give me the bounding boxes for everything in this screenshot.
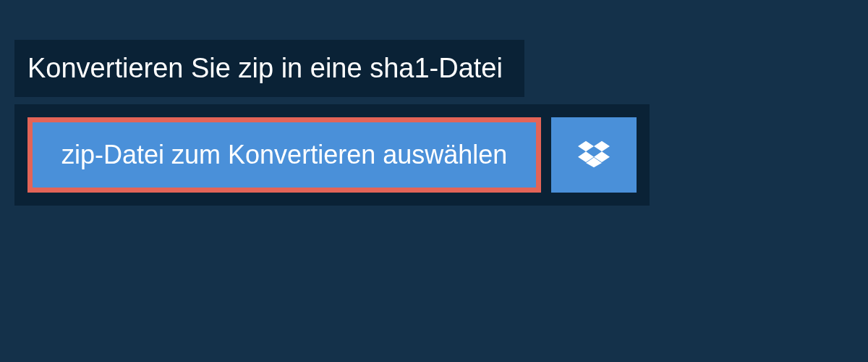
page-title: Konvertieren Sie zip in eine sha1-Datei — [27, 53, 503, 84]
file-selection-panel: zip-Datei zum Konvertieren auswählen — [14, 104, 650, 206]
header-bar: Konvertieren Sie zip in eine sha1-Datei — [14, 40, 524, 97]
select-file-button[interactable]: zip-Datei zum Konvertieren auswählen — [27, 117, 541, 193]
dropbox-icon — [578, 138, 610, 172]
dropbox-button[interactable] — [551, 117, 637, 193]
